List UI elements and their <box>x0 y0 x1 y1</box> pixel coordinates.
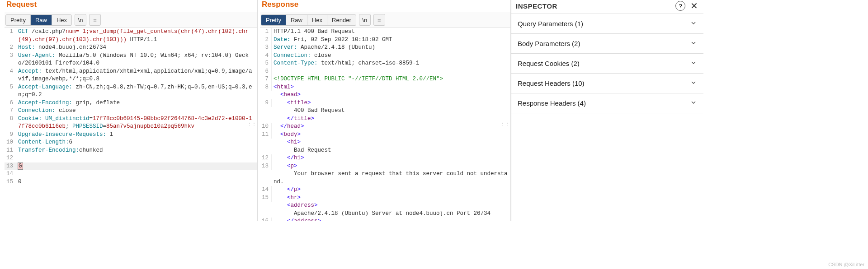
code-content: <head> <box>274 91 510 99</box>
tab-hex[interactable]: Hex <box>52 15 71 25</box>
code-line[interactable]: 6 <box>260 68 510 76</box>
code-content: Bad Request <box>274 147 510 155</box>
newline-toggle-button[interactable]: \n <box>359 14 371 26</box>
code-line[interactable]: 9Upgrade-Insecure-Requests: 1 <box>5 131 257 139</box>
code-line[interactable]: 8Cookie: UM_distinctid=17f78cc0b60145-00… <box>5 115 257 131</box>
code-line[interactable]: 4Connection: close <box>260 52 510 60</box>
drag-handle-icon[interactable]: ⋮⋮ <box>247 123 256 125</box>
hamburger-menu-button[interactable]: ≡ <box>373 14 385 26</box>
line-number: 13 <box>260 162 272 171</box>
tab-render[interactable]: Render <box>327 15 356 25</box>
code-line[interactable]: 11 <body> <box>260 131 510 139</box>
inspector-section[interactable]: Request Headers (10) <box>511 73 703 93</box>
code-content: Your browser sent a request that this se… <box>274 170 510 186</box>
line-number: 1 <box>260 28 272 36</box>
code-line[interactable]: 1GET /calc.php?num= 1;var_dump(file_get_… <box>5 28 257 44</box>
code-content: <title> <box>274 99 510 107</box>
code-content: Server: Apache/2.4.18 (Ubuntu) <box>274 44 510 52</box>
code-line[interactable]: 14 <box>5 170 257 178</box>
code-line[interactable]: 8<html> <box>260 83 510 92</box>
tab-pretty[interactable]: Pretty <box>261 15 286 25</box>
code-line[interactable]: <head> <box>260 91 510 99</box>
tab-raw[interactable]: Raw <box>286 15 307 25</box>
code-line[interactable]: 2Date: Fri, 02 Sep 2022 10:18:02 GMT <box>260 36 510 44</box>
request-editor[interactable]: ⋮⋮ 1GET /calc.php?num= 1;var_dump(file_g… <box>5 28 257 221</box>
code-line[interactable]: 13 <p> <box>260 162 510 171</box>
code-line[interactable]: Bad Request <box>260 147 510 155</box>
code-line[interactable]: 150 <box>5 178 257 186</box>
line-number: 3 <box>5 52 16 60</box>
line-number: 5 <box>5 83 16 92</box>
hamburger-icon: ≡ <box>93 17 97 23</box>
code-line[interactable]: 15 <hr> <box>260 194 510 202</box>
inspector-section-label: Query Parameters (1) <box>518 20 583 28</box>
tab-hex[interactable]: Hex <box>307 15 327 25</box>
code-line[interactable]: <h1> <box>260 139 510 147</box>
inspector-section-label: Response Headers (4) <box>518 99 586 107</box>
code-line[interactable]: 13G <box>5 162 257 171</box>
code-line[interactable]: 11Transfer-Encoding:chunked <box>5 147 257 155</box>
code-line[interactable]: 10Content-Length:6 <box>5 139 257 147</box>
line-number: 9 <box>5 131 16 139</box>
code-line[interactable]: Apache/2.4.18 (Ubuntu) Server at node4.b… <box>260 210 510 218</box>
response-viewer[interactable]: ⋮⋮ 1HTTP/1.1 400 Bad Request2Date: Fri, … <box>260 28 510 221</box>
close-button[interactable]: ✕ <box>689 1 699 11</box>
hamburger-menu-button[interactable]: ≡ <box>89 14 101 26</box>
inspector-section[interactable]: Request Cookies (2) <box>511 53 703 73</box>
code-content: User-Agent: Mozilla/5.0 (Windows NT 10.0… <box>18 52 257 68</box>
code-line[interactable]: 7<!DOCTYPE HTML PUBLIC "-//IETF//DTD HTM… <box>260 75 510 83</box>
line-number: 10 <box>5 139 16 147</box>
tab-pretty[interactable]: Pretty <box>6 15 31 25</box>
request-toolbar: Pretty Raw Hex \n ≡ <box>5 12 257 28</box>
code-line[interactable]: 6Accept-Encoding: gzip, deflate <box>5 99 257 107</box>
line-number: 15 <box>5 178 16 186</box>
line-number: 6 <box>260 68 272 76</box>
inspector-section-label: Request Cookies (2) <box>518 60 580 67</box>
code-content: HTTP/1.1 400 Bad Request <box>274 28 510 36</box>
code-line[interactable]: Your browser sent a request that this se… <box>260 170 510 186</box>
code-content: G <box>18 162 257 171</box>
code-content: <!DOCTYPE HTML PUBLIC "-//IETF//DTD HTML… <box>274 75 510 83</box>
line-number: 4 <box>260 52 272 60</box>
code-line[interactable]: 12 <box>5 154 257 162</box>
line-number: 4 <box>5 68 16 76</box>
code-line[interactable]: 5Content-Type: text/html; charset=iso-88… <box>260 60 510 68</box>
code-line[interactable]: </title> <box>260 115 510 123</box>
code-content: <hr> <box>274 194 510 202</box>
code-line[interactable]: <address> <box>260 202 510 210</box>
newline-toggle-button[interactable]: \n <box>75 14 86 26</box>
code-line[interactable]: 10 </head> <box>260 123 510 131</box>
inspector-panel: INSPECTOR ? ✕ Query Parameters (1)Body P… <box>511 0 703 221</box>
code-line[interactable]: 14 </p> <box>260 186 510 194</box>
inspector-section-label: Request Headers (10) <box>518 79 585 87</box>
inspector-section[interactable]: Response Headers (4) <box>511 93 703 113</box>
code-content: Connection: close <box>18 107 257 115</box>
code-line[interactable]: 16 </address> <box>260 218 510 221</box>
code-line[interactable]: 3User-Agent: Mozilla/5.0 (Windows NT 10.… <box>5 52 257 68</box>
inspector-section[interactable]: Body Parameters (2) <box>511 33 703 53</box>
code-line[interactable]: 5Accept-Language: zh-CN,zh;q=0.8,zh-TW;q… <box>5 83 257 99</box>
drag-handle-icon[interactable]: ⋮⋮ <box>500 123 509 125</box>
code-line[interactable]: 4Accept: text/html,application/xhtml+xml… <box>5 68 257 83</box>
code-line[interactable]: 400 Bad Request <box>260 107 510 115</box>
code-line[interactable]: 1HTTP/1.1 400 Bad Request <box>260 28 510 36</box>
tab-raw[interactable]: Raw <box>31 15 52 25</box>
code-line[interactable]: 2Host: node4.buuoj.cn:26734 <box>5 44 257 52</box>
code-line[interactable]: 3Server: Apache/2.4.18 (Ubuntu) <box>260 44 510 52</box>
chevron-down-icon <box>690 19 697 28</box>
line-number: 6 <box>5 99 16 107</box>
line-number: 13 <box>5 162 16 171</box>
help-button[interactable]: ? <box>675 1 685 11</box>
line-number: 11 <box>260 131 272 139</box>
line-number: 12 <box>260 154 272 162</box>
response-panel: Response Pretty Raw Hex Render \n ≡ ⋮⋮ 1… <box>260 0 511 221</box>
inspector-section[interactable]: Query Parameters (1) <box>511 14 703 33</box>
code-line[interactable]: 7Connection: close <box>5 107 257 115</box>
code-content: 0 <box>18 178 257 186</box>
line-number: 14 <box>260 186 272 194</box>
code-content: <html> <box>274 83 510 92</box>
code-line[interactable]: 12 </h1> <box>260 154 510 162</box>
code-line[interactable]: 9 <title> <box>260 99 510 107</box>
code-content: <body> <box>274 131 510 139</box>
line-number: 14 <box>5 170 16 178</box>
